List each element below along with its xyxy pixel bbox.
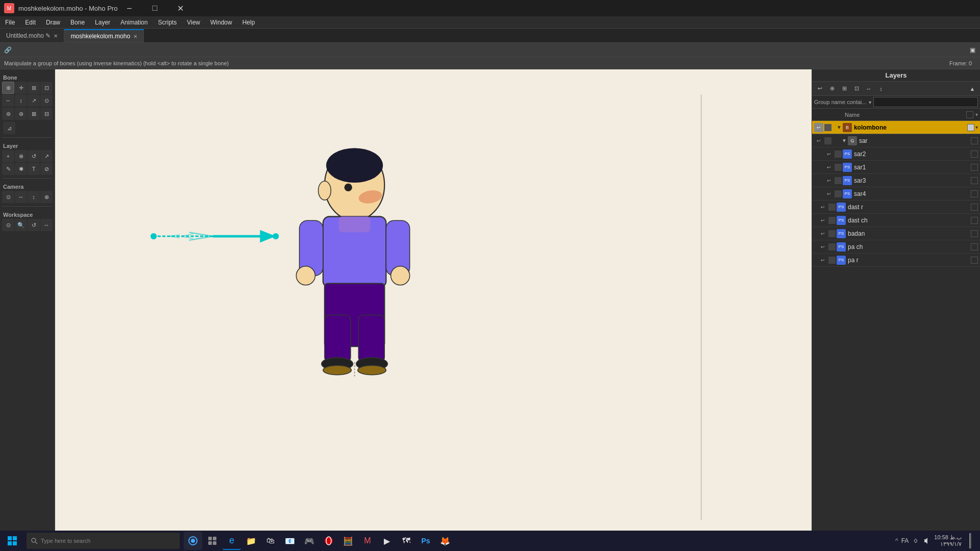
taskbar-firefox[interactable]: 🦊 xyxy=(436,532,454,550)
taskbar-start-button[interactable] xyxy=(0,531,24,551)
tool-ws-3[interactable]: ↺ xyxy=(28,219,40,231)
layer-pa-ch-checkbox[interactable] xyxy=(971,243,978,251)
menu-scripts[interactable]: Scripts xyxy=(153,16,182,28)
tab-moshkelekolom[interactable]: moshkelekolom.moho ✕ xyxy=(64,29,144,42)
tool-camera-3[interactable]: ↕ xyxy=(28,191,40,203)
layer-pa-r-checkbox[interactable] xyxy=(971,257,978,264)
layer-sar3-visibility[interactable] xyxy=(835,177,842,184)
layers-btn-1[interactable]: ↩ xyxy=(814,83,825,94)
menu-window[interactable]: Window xyxy=(205,16,237,28)
menu-edit[interactable]: Edit xyxy=(20,16,41,28)
tab-moshkelekolom-close[interactable]: ✕ xyxy=(133,34,137,39)
layer-dast-ch-visibility[interactable] xyxy=(828,217,836,224)
layer-dast-ch-checkbox[interactable] xyxy=(971,217,978,224)
taskbar-calc[interactable]: 🧮 xyxy=(339,532,357,550)
layer-pa-r-visibility[interactable] xyxy=(828,257,836,264)
tool-bone-1[interactable]: ⊕ xyxy=(2,82,14,94)
taskbar-media[interactable]: ▶ xyxy=(378,532,396,550)
menu-file[interactable]: File xyxy=(0,16,20,28)
layers-btn-2[interactable]: ⊕ xyxy=(826,83,838,94)
layer-sar-collapse[interactable]: ▼ xyxy=(842,138,847,143)
tab-untitled-close[interactable]: ✕ xyxy=(54,33,58,39)
tool-bone-3[interactable]: ⊞ xyxy=(28,82,40,94)
tool-bone-11[interactable]: ⊠ xyxy=(28,108,40,120)
tool-bone-8[interactable]: ⊙ xyxy=(40,94,53,107)
tool-bone-4[interactable]: ⊡ xyxy=(40,82,53,94)
tool-camera-4[interactable]: ⊕ xyxy=(40,191,53,203)
layer-kolombone-checkbox[interactable] xyxy=(967,124,974,131)
layers-search-input[interactable] xyxy=(873,97,978,107)
tool-bone-10[interactable]: ⊛ xyxy=(15,108,27,120)
tool-bone-7[interactable]: ↗ xyxy=(28,94,40,107)
layer-sar-checkbox[interactable] xyxy=(971,137,978,144)
tool-layer-7[interactable]: T xyxy=(28,163,40,175)
toolbar-link-button[interactable]: 🔗 xyxy=(2,44,13,56)
layer-row-pa-ch[interactable]: ↩ PS pa ch xyxy=(812,240,980,254)
taskbar-store[interactable]: 🛍 xyxy=(261,532,280,550)
close-button[interactable]: ✕ xyxy=(168,0,192,16)
layers-btn-4[interactable]: ⊡ xyxy=(851,83,862,94)
taskbar-app7[interactable]: 🎮 xyxy=(300,532,318,550)
taskbar-taskview[interactable] xyxy=(203,532,222,550)
taskbar-opera[interactable] xyxy=(320,532,338,550)
tool-layer-3[interactable]: ↺ xyxy=(28,150,40,162)
tool-ws-4[interactable]: ↔ xyxy=(40,219,53,231)
tool-layer-2[interactable]: ⊕ xyxy=(15,150,27,162)
layer-sar1-checkbox[interactable] xyxy=(971,164,978,171)
tool-layer-6[interactable]: ✱ xyxy=(15,163,27,175)
layer-dast-r-visibility[interactable] xyxy=(828,204,836,211)
menu-draw[interactable]: Draw xyxy=(41,16,65,28)
layer-row-dast-r[interactable]: ↩ PS dast r xyxy=(812,201,980,214)
taskbar-photoshop[interactable]: Ps xyxy=(416,532,435,550)
tool-bone-extra[interactable]: ⊿ xyxy=(3,122,15,134)
tool-camera-1[interactable]: ⊙ xyxy=(2,191,14,203)
layers-btn-6[interactable]: ↕ xyxy=(875,83,887,94)
layer-row-kolombone[interactable]: ↩ ▼ B kolombone ▾ xyxy=(812,121,980,134)
taskbar-search[interactable]: Type here to search xyxy=(27,533,180,549)
layer-kolombone-collapse[interactable]: ▼ xyxy=(837,124,842,130)
tool-layer-5[interactable]: ✎ xyxy=(2,163,14,175)
show-desktop-btn[interactable] xyxy=(965,531,976,551)
layer-row-sar2[interactable]: ↩ PS sar2 xyxy=(812,147,980,161)
layer-row-badan[interactable]: ↩ PS badan xyxy=(812,227,980,240)
tool-bone-2[interactable]: ✛ xyxy=(15,82,27,94)
layer-sar-visibility[interactable] xyxy=(824,137,831,144)
maximize-button[interactable]: □ xyxy=(143,0,166,16)
layer-sar4-visibility[interactable] xyxy=(835,190,842,197)
taskbar-explorer[interactable]: 📁 xyxy=(242,532,260,550)
layer-badan-checkbox[interactable] xyxy=(971,230,978,237)
layer-row-sar4[interactable]: ↩ PS sar4 xyxy=(812,187,980,201)
col-checkbox-header[interactable] xyxy=(966,111,973,118)
menu-bone[interactable]: Bone xyxy=(65,16,90,28)
layer-row-sar1[interactable]: ↩ PS sar1 xyxy=(812,161,980,174)
toolbar-right-button[interactable]: ▣ xyxy=(967,44,978,56)
tool-bone-6[interactable]: ↕ xyxy=(15,94,27,107)
layer-badan-visibility[interactable] xyxy=(828,230,836,237)
tool-layer-4[interactable]: ↗ xyxy=(40,150,53,162)
tool-bone-12[interactable]: ⊟ xyxy=(40,108,53,120)
tool-bone-5[interactable]: ↔ xyxy=(2,94,14,107)
tray-show-hidden[interactable]: ^ xyxy=(895,537,898,544)
menu-animation[interactable]: Animation xyxy=(115,16,153,28)
layer-pa-ch-visibility[interactable] xyxy=(828,243,836,251)
tool-layer-1[interactable]: + xyxy=(2,150,14,162)
tool-ws-2[interactable]: 🔍 xyxy=(15,219,27,231)
menu-layer[interactable]: Layer xyxy=(90,16,115,28)
tool-ws-1[interactable]: ⊙ xyxy=(2,219,14,231)
menu-view[interactable]: View xyxy=(182,16,205,28)
layers-btn-collapse[interactable]: ▲ xyxy=(967,83,978,94)
layer-sar2-checkbox[interactable] xyxy=(971,151,978,158)
taskbar-cortana[interactable] xyxy=(184,532,202,550)
taskbar-maps[interactable]: 🗺 xyxy=(397,532,415,550)
layer-row-pa-r[interactable]: ↩ PS pa r xyxy=(812,254,980,267)
group-name-dropdown[interactable]: ▾ xyxy=(869,99,871,105)
layers-btn-3[interactable]: ⊞ xyxy=(839,83,850,94)
tool-layer-8[interactable]: ⊘ xyxy=(40,163,53,175)
layer-dast-r-checkbox[interactable] xyxy=(971,204,978,211)
layer-sar4-checkbox[interactable] xyxy=(971,190,978,197)
tool-camera-2[interactable]: ↔ xyxy=(15,191,27,203)
taskbar-app9[interactable]: M xyxy=(358,532,377,550)
layers-btn-5[interactable]: ↔ xyxy=(863,83,874,94)
layer-sar2-visibility[interactable] xyxy=(835,151,842,158)
layer-row-sar3[interactable]: ↩ PS sar3 xyxy=(812,174,980,187)
